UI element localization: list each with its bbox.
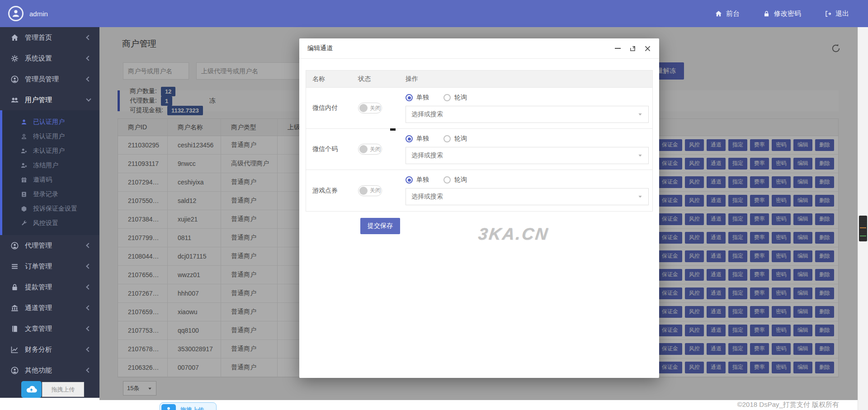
sidebar-item-user-management[interactable]: 用户管理 <box>0 90 99 110</box>
sidebar-item-system-settings[interactable]: 系统设置 <box>0 48 99 69</box>
avatar[interactable] <box>8 6 24 21</box>
copyright-text: ©2018 DsPay_打赏支付 版权所有 <box>737 401 839 409</box>
submenu-item-invite-code[interactable]: 邀请码 <box>2 173 99 187</box>
radio-single-label: 单独 <box>416 94 429 102</box>
user-circle-icon <box>11 367 19 374</box>
channel-select[interactable]: 选择或搜索 <box>406 188 649 205</box>
channel-name: 微信内付 <box>306 88 358 128</box>
render-artifact <box>390 128 396 131</box>
drag-upload-widget[interactable]: 拖拽上传 <box>21 381 84 398</box>
radio-polling[interactable] <box>443 94 451 101</box>
radio-polling[interactable] <box>443 135 451 142</box>
status-toggle[interactable]: 关闭 <box>358 103 382 113</box>
sidebar-item-dashboard[interactable]: 管理首页 <box>0 27 99 48</box>
channel-table-header: 名称 状态 操作 <box>306 71 652 88</box>
chevron-left-icon <box>86 76 91 81</box>
radio-polling[interactable] <box>443 176 451 184</box>
radio-polling-label: 轮询 <box>454 94 467 102</box>
radio-single[interactable] <box>406 135 413 142</box>
withdraw-lock-icon <box>11 283 19 291</box>
submenu-item-label: 登录记录 <box>33 190 58 198</box>
sidebar: 管理首页 系统设置 管理员管理 用户管理 已认证用户 待认证用户 未认证用户 冻… <box>0 27 99 398</box>
wrench-icon <box>21 220 27 226</box>
nav-frontend-link[interactable]: 前台 <box>715 9 740 18</box>
nav-change-password-link[interactable]: 修改密码 <box>763 9 801 18</box>
chevron-down-icon <box>637 112 643 117</box>
drag-upload-widget-bottom[interactable]: 拖拽上传 <box>160 402 217 410</box>
toggle-knob <box>359 145 368 153</box>
status-toggle[interactable]: 关闭 <box>358 144 382 155</box>
channel-name: 游戏点券 <box>306 170 358 211</box>
channel-row: 游戏点券 关闭 单独 轮询 选择或搜索 <box>306 170 652 211</box>
id-card-icon <box>21 191 27 198</box>
sidebar-item-finance-analysis[interactable]: 财务分析 <box>0 339 99 360</box>
close-button[interactable] <box>644 45 651 52</box>
sidebar-item-label: 订单管理 <box>25 262 52 271</box>
user-management-submenu: 已认证用户 待认证用户 未认证用户 冻结用户 邀请码 登录记录 投诉保证金设置 <box>0 110 99 235</box>
col-header-operation: 操作 <box>406 75 652 83</box>
sidebar-item-label: 系统设置 <box>25 54 52 63</box>
channel-select[interactable]: 选择或搜索 <box>406 147 649 164</box>
submenu-item-label: 冻结用户 <box>33 161 58 170</box>
channel-name: 微信个码 <box>306 129 358 170</box>
sidebar-item-admin-management[interactable]: 管理员管理 <box>0 69 99 90</box>
chevron-left-icon <box>86 305 91 310</box>
username[interactable]: admin <box>29 10 48 18</box>
logout-icon <box>825 10 831 17</box>
submenu-item-deposit-settings[interactable]: 投诉保证金设置 <box>2 202 99 216</box>
agent-icon <box>11 242 19 250</box>
sidebar-item-order-management[interactable]: 订单管理 <box>0 256 99 277</box>
sidebar-item-label: 提款管理 <box>25 283 52 292</box>
submenu-item-frozen-users[interactable]: 冻结用户 <box>2 158 99 173</box>
maximize-icon <box>629 45 636 52</box>
edit-channel-modal: 编辑通道 名称 状态 操作 微信内付 关闭 <box>299 38 659 378</box>
submenu-item-verified-users[interactable]: 已认证用户 <box>2 115 99 129</box>
sidebar-item-label: 文章管理 <box>25 325 52 333</box>
col-header-name: 名称 <box>306 75 358 83</box>
submenu-item-label: 待认证用户 <box>33 132 65 141</box>
submenu-item-unverified-users[interactable]: 未认证用户 <box>2 144 99 158</box>
user-times-icon <box>21 162 27 169</box>
gift-icon <box>21 177 27 183</box>
submenu-item-label: 未认证用户 <box>33 147 65 155</box>
scrollbar-track[interactable] <box>858 27 868 410</box>
minimize-icon <box>615 48 621 49</box>
sidebar-item-agent-management[interactable]: 代理管理 <box>0 235 99 256</box>
channel-table: 名称 状态 操作 微信内付 关闭 单独 轮询 <box>306 70 653 212</box>
maximize-button[interactable] <box>629 45 636 52</box>
nav-logout-label: 退出 <box>835 9 849 18</box>
user-icon <box>21 119 27 125</box>
radio-polling-label: 轮询 <box>454 176 467 184</box>
scrollbar-thumb[interactable] <box>859 216 867 241</box>
chevron-left-icon <box>86 35 91 40</box>
sidebar-item-withdraw-management[interactable]: 提款管理 <box>0 277 99 297</box>
sidebar-item-label: 用户管理 <box>25 96 52 104</box>
sidebar-item-other-functions[interactable]: 其他功能 <box>0 360 99 381</box>
status-toggle[interactable]: 关闭 <box>358 185 382 196</box>
close-icon <box>644 45 651 52</box>
toggle-label: 关闭 <box>370 104 381 112</box>
minimize-button[interactable] <box>614 45 621 52</box>
submenu-item-label: 已认证用户 <box>33 118 65 126</box>
nav-logout-link[interactable]: 退出 <box>825 9 849 18</box>
drag-upload-label: 拖拽上传 <box>42 382 84 397</box>
submenu-item-label: 风控设置 <box>33 219 58 227</box>
drag-upload-label: 拖拽上传 <box>180 406 204 410</box>
radio-single-label: 单独 <box>416 135 429 143</box>
nav-change-password-label: 修改密码 <box>774 9 801 18</box>
chevron-left-icon <box>86 347 91 352</box>
submenu-item-pending-users[interactable]: 待认证用户 <box>2 129 99 144</box>
chevron-down-icon <box>86 96 91 101</box>
nav-frontend-label: 前台 <box>726 9 740 18</box>
sidebar-item-channel-management[interactable]: 通道管理 <box>0 297 99 318</box>
radio-single[interactable] <box>406 94 413 101</box>
book-icon <box>11 325 19 333</box>
submit-save-button[interactable]: 提交保存 <box>360 218 400 234</box>
submenu-item-login-records[interactable]: 登录记录 <box>2 187 99 202</box>
watermark: 3KA.CN <box>477 225 550 244</box>
radio-single[interactable] <box>406 176 413 184</box>
sidebar-item-article-management[interactable]: 文章管理 <box>0 318 99 339</box>
submenu-item-risk-settings[interactable]: 风控设置 <box>2 216 99 231</box>
channel-select[interactable]: 选择或搜索 <box>406 106 649 123</box>
cloud-upload-icon <box>21 381 42 398</box>
